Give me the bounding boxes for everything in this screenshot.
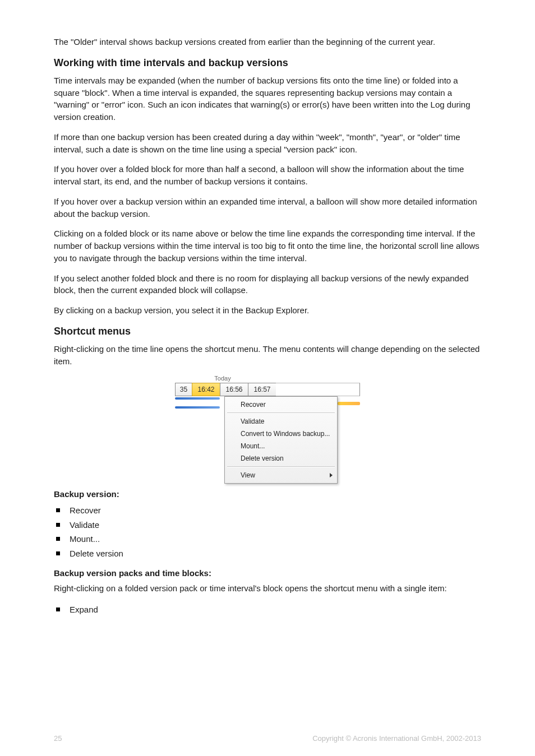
- timeline-version-selected[interactable]: 16:42: [192, 383, 220, 396]
- timeline-empty: [276, 383, 360, 396]
- context-menu: Recover Validate Convert to Windows back…: [224, 396, 338, 484]
- context-menu-area: Recover Validate Convert to Windows back…: [175, 396, 360, 480]
- list-heading-backup-version: Backup version:: [54, 489, 481, 499]
- list-heading-packs: Backup version packs and time blocks:: [54, 568, 481, 578]
- page-footer: 25 Copyright © Acronis International Gmb…: [54, 734, 481, 743]
- list-item: Validate: [55, 518, 481, 532]
- timeline-version[interactable]: 16:56: [220, 383, 248, 396]
- list-item: Recover: [55, 503, 481, 518]
- list-item: Mount...: [55, 532, 481, 546]
- body-paragraph: Clicking on a folded block or its name a…: [54, 228, 481, 264]
- body-paragraph: If more than one backup version has been…: [54, 131, 481, 156]
- page-number: 25: [54, 734, 62, 743]
- body-paragraph: If you hover over a backup version withi…: [54, 196, 481, 220]
- menu-item-view[interactable]: View: [225, 469, 337, 481]
- section-heading-shortcut-menus: Shortcut menus: [54, 326, 481, 337]
- body-paragraph: If you hover over a folded block for mor…: [54, 163, 481, 188]
- copyright-text: Copyright © Acronis International GmbH, …: [312, 734, 481, 743]
- timeline-version[interactable]: 16:57: [248, 383, 276, 396]
- menu-item-convert[interactable]: Convert to Windows backup...: [225, 428, 337, 440]
- embedded-screenshot: Today 35 16:42 16:56 16:57 Recover Valid…: [54, 375, 481, 480]
- body-paragraph: If you select another folded block and t…: [54, 272, 481, 297]
- intro-paragraph: The "Older" interval shows backup versio…: [54, 36, 481, 48]
- body-paragraph: By clicking on a backup version, you sel…: [54, 304, 481, 317]
- menu-item-recover[interactable]: Recover: [225, 398, 337, 411]
- timeline-screenshot: Today 35 16:42 16:56 16:57 Recover Valid…: [175, 375, 360, 480]
- menu-item-validate[interactable]: Validate: [225, 415, 337, 428]
- body-paragraph: Time intervals may be expanded (when the…: [54, 75, 481, 123]
- list-item: Delete version: [55, 546, 481, 561]
- timeline-block-prev[interactable]: 35: [175, 383, 192, 396]
- section-heading-intervals: Working with time intervals and backup v…: [54, 57, 481, 69]
- timeline-highlight: [338, 402, 360, 405]
- menu-separator: [227, 466, 335, 467]
- timeline-scroll-indicator: [175, 397, 220, 400]
- bullet-list-packs: Expand: [54, 602, 481, 617]
- timeline-today-label: Today: [85, 375, 360, 382]
- menu-separator: [227, 412, 335, 414]
- body-paragraph: Right-clicking on a folded version pack …: [54, 582, 481, 595]
- bullet-list-backup-version: Recover Validate Mount... Delete version: [54, 503, 481, 560]
- menu-item-delete[interactable]: Delete version: [225, 452, 337, 465]
- timeline-scroll-indicator: [175, 406, 220, 409]
- document-page: The "Older" interval shows backup versio…: [0, 0, 535, 756]
- timeline: 35 16:42 16:56 16:57: [175, 383, 360, 396]
- menu-item-mount[interactable]: Mount...: [225, 440, 337, 452]
- list-item: Expand: [55, 602, 481, 617]
- menu-item-label: View: [241, 471, 255, 479]
- body-paragraph: Right-clicking on the time line opens th…: [54, 343, 481, 368]
